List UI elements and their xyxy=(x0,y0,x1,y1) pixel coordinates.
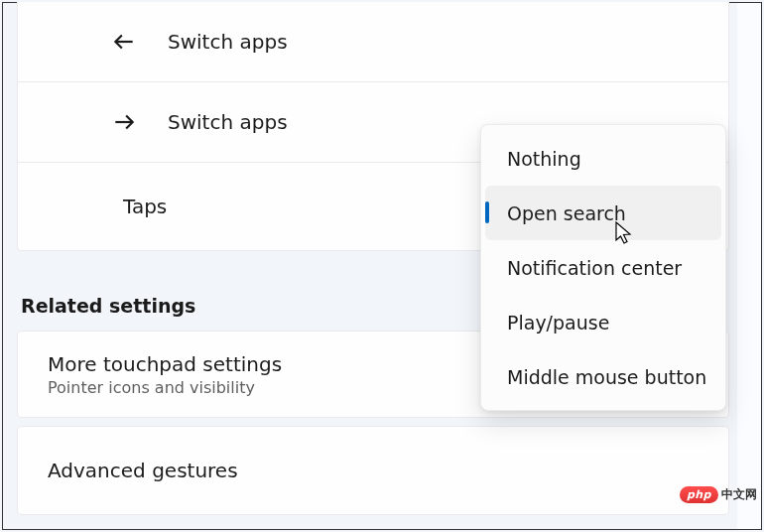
watermark: php 中文网 xyxy=(680,486,757,503)
watermark-brand: php xyxy=(680,486,718,503)
arrow-left-icon xyxy=(110,28,138,56)
dropdown-option-notification-center[interactable]: Notification center xyxy=(485,240,721,295)
dropdown-option-label: Middle mouse button xyxy=(507,366,706,388)
dropdown-option-play-pause[interactable]: Play/pause xyxy=(485,295,721,349)
gesture-row-swipe-left[interactable]: Switch apps xyxy=(18,2,728,82)
gesture-label: Switch apps xyxy=(168,110,288,134)
dropdown-option-middle-mouse[interactable]: Middle mouse button xyxy=(485,349,721,404)
dropdown-option-label: Notification center xyxy=(507,257,682,279)
dropdown-option-nothing[interactable]: Nothing xyxy=(485,131,721,186)
taps-action-dropdown[interactable]: Nothing Open search Notification center … xyxy=(480,124,726,411)
dropdown-option-label: Nothing xyxy=(507,148,581,170)
settings-item-title: Advanced gestures xyxy=(48,459,728,482)
scrollbar-track[interactable] xyxy=(737,3,761,529)
watermark-text: 中文网 xyxy=(721,486,757,503)
gesture-label: Switch apps xyxy=(168,30,288,54)
dropdown-option-label: Open search xyxy=(507,202,626,224)
advanced-gestures-item[interactable]: Advanced gestures xyxy=(17,426,729,515)
arrow-right-icon xyxy=(110,108,138,136)
gesture-label: Taps xyxy=(123,195,167,218)
dropdown-option-label: Play/pause xyxy=(507,312,609,333)
dropdown-option-open-search[interactable]: Open search xyxy=(485,186,721,240)
